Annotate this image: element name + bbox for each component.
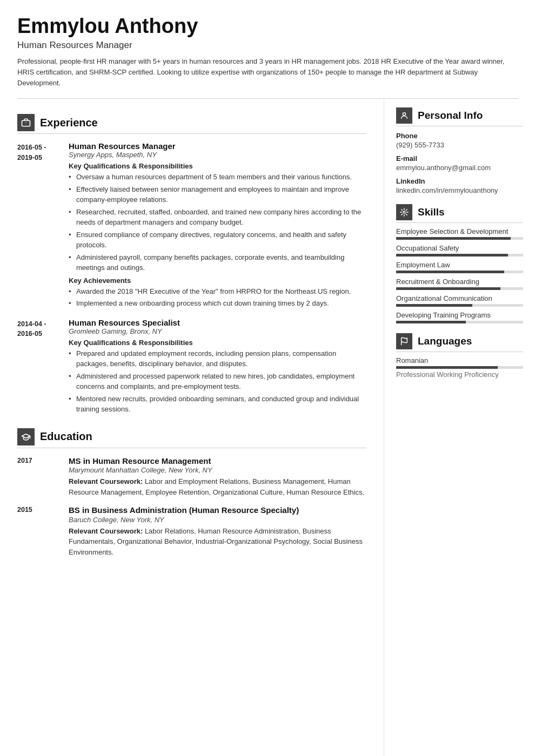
svg-point-3 [403, 113, 405, 116]
exp-date-1: 2016-05 - 2019-05 [17, 141, 69, 310]
svg-point-4 [403, 211, 405, 213]
skills-title: Skills [418, 206, 445, 218]
phone-label: Phone [396, 132, 523, 140]
edu-degree-1: MS in Human Resource Management [69, 456, 366, 467]
exp-subsection-title-1-2: Key Achievements [69, 276, 366, 285]
languages-list: Romanian Professional Working Proficienc… [396, 356, 523, 379]
languages-section-header: Languages [396, 333, 523, 352]
skill-item: Developing Training Programs [396, 311, 523, 323]
bullet-item: Awarded the 2018 "HR Executive of the Ye… [69, 286, 366, 297]
experience-title: Experience [40, 117, 98, 129]
briefcase-icon [17, 114, 35, 131]
skills-icon [396, 204, 412, 220]
experience-section-header: Experience [17, 114, 366, 134]
education-section-header: Education [17, 428, 366, 448]
email-value: emmylou.anthony@gmail.com [396, 164, 523, 172]
experience-entry-2: 2014-04 - 2016-05 Human Resources Specia… [17, 318, 366, 416]
candidate-summary: Professional, people-first HR manager wi… [17, 56, 518, 89]
language-item: Romanian Professional Working Proficienc… [396, 356, 523, 379]
bullet-item: Implemented a new onboarding process whi… [69, 298, 366, 309]
exp-job-title-1: Human Resources Manager [69, 141, 366, 151]
skill-item: Employee Selection & Development [396, 227, 523, 240]
skill-bar-bg [396, 321, 523, 323]
skill-name: Recruitment & Onboarding [396, 278, 523, 286]
skills-list: Employee Selection & Development Occupat… [396, 227, 523, 323]
skill-bar-fill [396, 287, 500, 290]
exp-date-2: 2014-04 - 2016-05 [17, 318, 69, 416]
skill-name: Developing Training Programs [396, 311, 523, 319]
coursework-label: Relevant Coursework: [69, 527, 143, 535]
two-col-layout: Experience 2016-05 - 2019-05 Human Resou… [0, 99, 535, 756]
education-title: Education [40, 430, 92, 443]
svg-rect-0 [22, 120, 30, 126]
skill-bar-bg [396, 287, 523, 290]
exp-bullets-1-1: Oversaw a human resources department of … [69, 172, 366, 273]
bullet-item: Oversaw a human resources department of … [69, 172, 366, 183]
exp-content-1: Human Resources Manager Synergy Apps, Ma… [69, 141, 366, 310]
graduation-icon [17, 428, 35, 446]
skill-item: Occupational Safety [396, 244, 523, 256]
exp-subsection-title-1-1: Key Qualifications & Responsibilities [69, 162, 366, 170]
skill-item: Organizational Communication [396, 294, 523, 307]
resume-container: Emmylou Anthony Human Resources Manager … [0, 0, 535, 756]
skill-bar-fill [396, 271, 504, 273]
phone-value: (929) 555-7733 [396, 141, 523, 149]
skill-name: Employment Law [396, 261, 523, 269]
exp-company-1: Synergy Apps, Maspeth, NY [69, 151, 366, 159]
exp-job-title-2: Human Resources Specialist [69, 318, 366, 327]
sidebar: Personal Info Phone (929) 555-7733 E-mai… [384, 99, 535, 756]
bullet-item: Mentored new recruits, provided onboardi… [69, 394, 366, 415]
bullet-item: Researched, recruited, staffed, onboarde… [69, 207, 366, 228]
skill-name: Organizational Communication [396, 294, 523, 302]
skill-item: Recruitment & Onboarding [396, 278, 523, 290]
skill-bar-fill [396, 321, 466, 323]
language-bar-fill [396, 366, 498, 369]
edu-date-1: 2017 [17, 456, 69, 498]
skill-bar-bg [396, 271, 523, 273]
languages-title: Languages [418, 335, 472, 347]
skill-item: Employment Law [396, 261, 523, 273]
language-bar-bg [396, 366, 523, 369]
skill-bar-fill [396, 237, 511, 240]
exp-content-2: Human Resources Specialist Gromleeb Gami… [69, 318, 366, 416]
bullet-item: Administered and processed paperwork rel… [69, 371, 366, 392]
experience-entry-1: 2016-05 - 2019-05 Human Resources Manage… [17, 141, 366, 310]
skill-bar-bg [396, 254, 523, 256]
email-label: E-mail [396, 154, 523, 163]
skill-bar-bg [396, 304, 523, 307]
skill-bar-bg [396, 237, 523, 240]
skill-name: Employee Selection & Development [396, 227, 523, 235]
edu-content-1: MS in Human Resource Management Marymoun… [69, 456, 366, 498]
edu-coursework-1: Relevant Coursework: Labor and Employmen… [69, 476, 366, 497]
edu-date-2: 2015 [17, 505, 69, 557]
bullet-item: Administered payroll, company benefits p… [69, 252, 366, 273]
edu-content-2: BS in Business Administration (Human Res… [69, 505, 366, 557]
candidate-name: Emmylou Anthony [17, 15, 518, 38]
exp-company-2: Gromleeb Gaming, Bronx, NY [69, 327, 366, 335]
edu-degree-2: BS in Business Administration (Human Res… [69, 505, 366, 516]
exp-subsection-title-2-1: Key Qualifications & Responsibilities [69, 339, 366, 347]
bullet-item: Prepared and updated employment records,… [69, 348, 366, 369]
skill-bar-fill [396, 254, 508, 256]
header: Emmylou Anthony Human Resources Manager … [0, 0, 535, 98]
education-entry-2: 2015 BS in Business Administration (Huma… [17, 505, 366, 557]
bullet-item: Effectively liaised between senior manag… [69, 184, 366, 205]
edu-school-1: Marymount Manhattan College, New York, N… [69, 466, 366, 474]
personal-info-title: Personal Info [418, 110, 483, 122]
linkedin-value: linkedin.com/in/emmylouanthony [396, 186, 523, 194]
edu-coursework-2: Relevant Coursework: Labor Relations, Hu… [69, 526, 366, 558]
language-name: Romanian [396, 356, 523, 364]
education-entry-1: 2017 MS in Human Resource Management Mar… [17, 456, 366, 498]
candidate-title: Human Resources Manager [17, 40, 518, 51]
exp-bullets-2-1: Prepared and updated employment records,… [69, 348, 366, 415]
coursework-label: Relevant Coursework: [69, 477, 143, 485]
exp-bullets-1-2: Awarded the 2018 "HR Executive of the Ye… [69, 286, 366, 309]
personal-info-section-header: Personal Info [396, 107, 523, 126]
skills-section-header: Skills [396, 204, 523, 223]
skill-bar-fill [396, 304, 472, 307]
flag-icon [396, 333, 412, 349]
language-level: Professional Working Proficiency [396, 370, 523, 379]
person-icon [396, 107, 412, 124]
bullet-item: Ensured compliance of company directives… [69, 230, 366, 251]
main-column: Experience 2016-05 - 2019-05 Human Resou… [0, 99, 384, 756]
